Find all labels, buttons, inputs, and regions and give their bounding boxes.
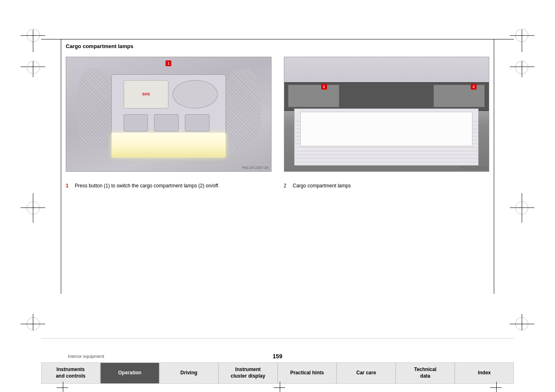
tab-driving[interactable]: Driving [159,362,219,384]
badge-2b: 2 [471,84,477,90]
tab-instrument-cluster[interactable]: Instrumentcluster display [219,362,278,384]
footer-section-label: Interior equipment [68,354,104,359]
section-title: Cargo compartment lamps [66,43,489,49]
tab-index-label: Index [478,370,491,376]
img2-caption: P82.20-2268-26 [460,166,486,170]
badge-2a: 2 [321,84,327,90]
image-2: 2 2 P82.20-2268-26 [284,57,490,172]
img1-content: SOS [66,57,271,171]
desc-num-2: 2 [284,182,290,189]
crosshair-lm-h [21,208,45,208]
crosshair-tr2-h [510,67,534,67]
tab-technical-data[interactable]: Technicaldata [396,362,455,384]
reg-mark-tl2 [27,61,40,74]
reg-mark-lm [27,201,40,214]
tab-car-care[interactable]: Car care [336,362,396,384]
crosshair-tl [33,30,33,52]
footer: Interior equipment 159 Instrumentsand co… [0,339,555,392]
tab-index[interactable]: Index [455,362,514,384]
tab-instruments[interactable]: Instrumentsand controls [41,362,100,384]
crosshair-tr [522,30,522,52]
image-2-container: 2 2 P82.20-2268-26 [284,57,490,172]
crosshair-bl2-h [21,324,45,324]
desc-text-1: Press button (1) to switch the cargo com… [75,182,219,189]
left-border [61,39,61,294]
nav-tabs: Instrumentsand controls Operation Drivin… [41,362,514,384]
tab-car-care-label: Car care [356,370,376,376]
img1-caption: P82.20-2267-26 [242,166,269,170]
image-1: SOS 1 P82.20-2267-26 [66,57,272,172]
desc-item-2: 2 Cargo compartment lamps [284,182,490,189]
crosshair-bl2-v [33,314,33,330]
crosshair-lm-v [33,193,33,223]
tab-instrument-cluster-label: Instrumentcluster display [231,367,265,379]
crosshair-tl-h [21,35,45,36]
tab-driving-label: Driving [180,370,197,376]
tab-operation-label: Operation [118,370,141,376]
crosshair-br2-h [510,324,534,324]
footer-page-number: 159 [273,353,282,360]
desc-text-2: Cargo compartment lamps [293,182,351,189]
crosshair-tr-h [510,35,534,36]
tab-instruments-label: Instrumentsand controls [56,367,85,379]
right-border [494,39,494,294]
desc-item-1: 1 Press button (1) to switch the cargo c… [66,182,272,189]
crosshair-tr2 [522,61,522,77]
tab-operation[interactable]: Operation [100,362,159,384]
tab-practical-hints[interactable]: Practical hints [278,362,337,384]
images-row: SOS 1 P82.20-2267-26 [66,57,489,172]
badge-1: 1 [166,60,171,66]
crosshair-br2-v [522,314,522,330]
crosshair-rm-v [522,193,522,223]
crosshair-rm-h [510,208,534,208]
tab-practical-hints-label: Practical hints [290,370,324,376]
descriptions-row: 1 Press button (1) to switch the cargo c… [66,182,489,189]
tab-technical-data-label: Technicaldata [414,367,436,379]
image-1-container: SOS 1 P82.20-2267-26 [66,57,272,172]
img2-content [284,57,489,171]
desc-num-1: 1 [66,182,71,189]
